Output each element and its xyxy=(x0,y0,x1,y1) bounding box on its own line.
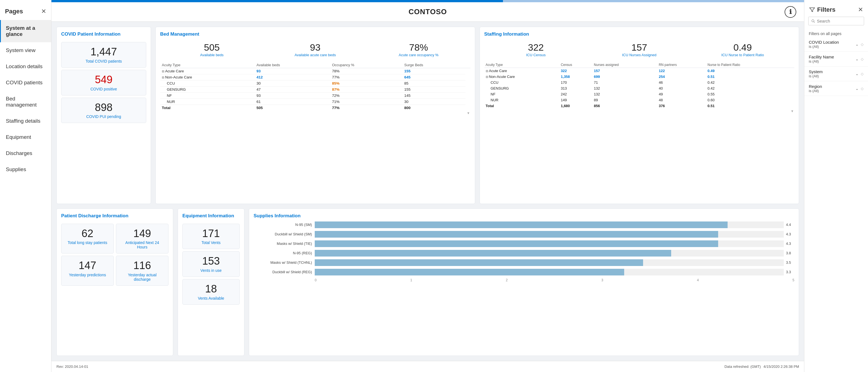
bed-table: Acuity Type Available beds Occupancy % S… xyxy=(160,62,470,111)
staff-rn-cell: 46 xyxy=(657,80,706,85)
sidebar-item-bed-management[interactable]: Bed management xyxy=(0,91,51,113)
bed-available-cell: 93 xyxy=(255,93,331,99)
staffing-scroll-down[interactable]: ▾ xyxy=(484,109,795,113)
staff-col-rn: RN partners xyxy=(657,62,706,68)
bed-surge-cell: 30 xyxy=(403,99,465,105)
staff-rn-cell: 122 xyxy=(657,68,706,74)
supply-bar-fill xyxy=(315,269,624,276)
sidebar-item-system-at-a-glance[interactable]: System at a glance xyxy=(0,20,51,42)
staffing-summary: 322 ICU Census 157 ICU Nurses Assigned 0… xyxy=(484,40,795,59)
sidebar-close-button[interactable]: ✕ xyxy=(41,8,46,15)
sidebar-item-equipment[interactable]: Equipment xyxy=(0,129,51,145)
supply-bar-fill xyxy=(315,222,727,228)
bed-available-label: Available beds xyxy=(161,53,262,57)
equipment-metric-value: 18 xyxy=(187,283,236,295)
sidebar-item-location-details[interactable]: Location details xyxy=(0,58,51,75)
bed-available-cell: 505 xyxy=(255,105,331,111)
bed-table-row: ⊟Non-Acute Care 412 77% 645 xyxy=(160,74,470,80)
filter-chevron-icon[interactable]: ⌄ xyxy=(856,57,859,61)
staff-ratio-cell: 0.60 xyxy=(706,97,789,103)
filter-clear-icon[interactable]: ◇ xyxy=(861,57,864,61)
discharge-metric-box: 62 Total long stay patients xyxy=(61,224,114,254)
filter-item-title: System xyxy=(809,69,823,74)
covid-total-label: Total COVID patients xyxy=(65,59,142,63)
equipment-card: Equipment Information 171 Total Vents 15… xyxy=(178,208,244,356)
staff-rn-cell: 254 xyxy=(657,74,706,80)
supply-bar-value: 4.3 xyxy=(786,232,794,236)
sidebar-header: Pages ✕ xyxy=(0,0,51,20)
filter-item-header: Region is (All) ⌄ ◇ xyxy=(809,84,864,93)
filter-item-title: Facility Name xyxy=(809,55,834,59)
staff-rn-cell: 49 xyxy=(657,91,706,97)
discharge-metric-value: 147 xyxy=(65,260,110,271)
staff-census-cell: 170 xyxy=(559,80,592,85)
staff-col-nurses: Nurses assigned xyxy=(592,62,657,68)
filter-item: COVID Location is (All) ⌄ ◇ xyxy=(804,37,868,52)
supplies-card-title: Supplies Information xyxy=(254,213,794,219)
filter-item-actions: ⌄ ◇ xyxy=(856,87,864,91)
discharge-metric-label: Yesterday actual discharge xyxy=(120,273,164,282)
sidebar-item-covid-patients[interactable]: COVID patients xyxy=(0,75,51,91)
bed-surge-cell: 155 xyxy=(403,68,465,74)
filter-chevron-icon[interactable]: ⌄ xyxy=(856,42,859,47)
filter-item-sub: is (All) xyxy=(809,89,822,93)
bed-occupancy-cell: 77% xyxy=(330,74,403,80)
staff-census-cell: 1,358 xyxy=(559,74,592,80)
supply-bar-track xyxy=(315,240,784,247)
staff-ratio-cell: 0.42 xyxy=(706,85,789,91)
filter-item-header: COVID Location is (All) ⌄ ◇ xyxy=(809,40,864,49)
staff-nurses-cell: 157 xyxy=(592,68,657,74)
bed-summary: 505 Available beds 93 Available acute ca… xyxy=(160,40,470,59)
discharge-grid: 62 Total long stay patients 149 Anticipa… xyxy=(61,224,168,286)
bed-type-cell: NUR xyxy=(160,99,255,105)
filter-clear-icon[interactable]: ◇ xyxy=(861,42,864,47)
bed-surge-cell: 800 xyxy=(403,105,465,111)
staff-type-cell: GENSURG xyxy=(484,85,560,91)
info-button[interactable]: ℹ xyxy=(784,6,796,18)
sidebar-item-staffing-details[interactable]: Staffing details xyxy=(0,113,51,129)
svg-point-0 xyxy=(812,20,814,22)
staff-ratio-cell: 0.51 xyxy=(706,103,789,109)
supply-bar-row: N-95 (REG) 3.8 xyxy=(254,250,794,257)
sidebar-item-supplies[interactable]: Supplies xyxy=(0,161,51,177)
filter-clear-icon[interactable]: ◇ xyxy=(861,87,864,91)
supply-bar-track xyxy=(315,259,784,266)
filter-item: Region is (All) ⌄ ◇ xyxy=(804,81,868,96)
staff-rn-cell: 40 xyxy=(657,85,706,91)
staffing-card-title: Staffing Information xyxy=(484,31,795,37)
bed-occupancy-cell: 85% xyxy=(330,80,403,87)
bed-surge-cell: 145 xyxy=(403,93,465,99)
staffing-nurse-ratio-value: 0.49 xyxy=(692,42,793,53)
supply-bar-value: 3.5 xyxy=(786,260,794,265)
bed-table-row: CCU 30 85% 85 xyxy=(160,80,470,87)
bed-scroll-down[interactable]: ▾ xyxy=(160,111,470,115)
staff-table-row: NF 242 132 49 0.55 xyxy=(484,91,795,97)
sidebar-item-discharges[interactable]: Discharges xyxy=(0,145,51,161)
filter-clear-icon[interactable]: ◇ xyxy=(861,72,864,76)
bed-occupancy-cell: 78% xyxy=(330,68,403,74)
bed-type-cell: NF xyxy=(160,93,255,99)
staff-rn-cell: 48 xyxy=(657,97,706,103)
dashboard-content: COVID Patient Information 1,447 Total CO… xyxy=(52,22,804,361)
discharge-card-title: Patient Discharge Information xyxy=(61,213,168,219)
filter-chevron-icon[interactable]: ⌄ xyxy=(856,87,859,91)
supply-bar-label: Duckbill w/ Shield (REG) xyxy=(254,270,315,274)
filter-search-box[interactable] xyxy=(808,17,864,25)
covid-card: COVID Patient Information 1,447 Total CO… xyxy=(56,27,151,204)
bed-available-cell: 93 xyxy=(255,68,331,74)
filter-chevron-icon[interactable]: ⌄ xyxy=(856,72,859,76)
discharge-metric-box: 147 Yesterday predictions xyxy=(61,256,114,286)
bed-occupancy-value: 78% xyxy=(368,42,469,53)
filter-item-sub: is (All) xyxy=(809,59,834,63)
sidebar-item-system-view[interactable]: System view xyxy=(0,42,51,58)
staff-col-type: Acuity Type xyxy=(484,62,560,68)
filter-search-input[interactable] xyxy=(817,19,861,23)
supplies-chart: N-95 (SM) 4.4 Duckbill w/ Shield (SM) 4.… xyxy=(254,222,794,276)
staffing-table: Acuity Type Census Nurses assigned RN pa… xyxy=(484,62,795,109)
bed-col-available: Available beds xyxy=(255,62,331,68)
footer-refresh: Data refreshed: (GMT) 4/15/2020 2:26:38 … xyxy=(724,365,799,369)
bed-available-cell: 412 xyxy=(255,74,331,80)
filters-close-button[interactable]: ✕ xyxy=(858,6,863,13)
bed-occupancy-cell: 87% xyxy=(330,87,403,93)
topbar: CONTOSO ℹ xyxy=(52,2,804,22)
